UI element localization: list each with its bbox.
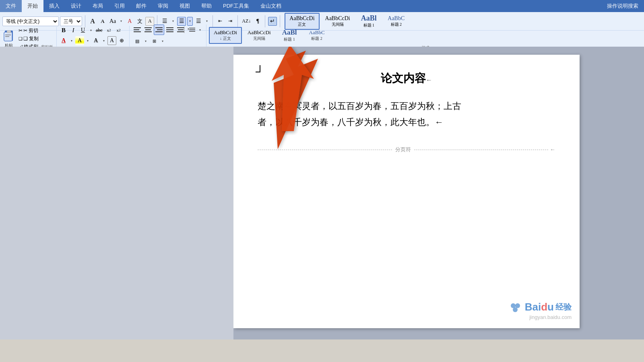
underline-btn[interactable]: U — [78, 26, 87, 35]
fontsize-select[interactable]: 三号 — [60, 16, 82, 26]
distribute-btn[interactable] — [175, 25, 186, 35]
decrease-indent-btn[interactable]: ⇤ — [216, 17, 225, 26]
menu-mail[interactable]: 邮件 — [130, 0, 152, 12]
style-h1-preview: AaBl — [361, 14, 377, 23]
font-shrink-btn[interactable]: A — [98, 17, 107, 26]
menu-start[interactable]: 开始 — [22, 0, 43, 12]
strikethrough-btn[interactable]: abc — [95, 26, 104, 35]
font-color-btn[interactable]: A — [59, 36, 68, 45]
cursor-symbol — [256, 65, 260, 72]
cut-icon: ✂ — [19, 28, 23, 33]
cut-btn[interactable]: ✂ ✂ 剪切 — [17, 27, 40, 35]
style-normal-preview: AaBbCcDi — [289, 15, 314, 22]
menu-reference[interactable]: 引用 — [109, 0, 130, 12]
watermark-jingyan: 经验 — [555, 302, 572, 313]
highlight-btn[interactable]: A — [75, 36, 84, 45]
document-area[interactable]: 论文内容← 楚之南有冥灵者，以五百岁为春，五百岁为秋；上古 者，以八千岁为春，八… — [233, 47, 644, 339]
doc-title[interactable]: 论文内容← — [258, 71, 555, 86]
font-aa-dropdown[interactable]: ▾ — [118, 17, 124, 26]
borders-dropdown[interactable]: ▾ — [160, 37, 165, 45]
underline-dropdown[interactable]: ▾ — [88, 26, 94, 35]
menu-pdf[interactable]: PDF工具集 — [217, 0, 255, 12]
menu-insert[interactable]: 插入 — [43, 0, 65, 12]
sep4 — [237, 15, 238, 27]
page-break-line-container: 分页符 ← — [258, 146, 555, 153]
svg-rect-14 — [155, 31, 163, 32]
menu-review[interactable]: 审阅 — [152, 0, 174, 12]
subscript-btn[interactable]: x2 — [105, 26, 114, 35]
char-shade-dropdown[interactable]: ▾ — [101, 36, 107, 45]
cut-label: ✂ 剪切 — [23, 27, 38, 34]
style2-normal-label: ↓ 正文 — [220, 36, 231, 41]
italic-btn[interactable]: I — [69, 26, 78, 35]
menu-layout[interactable]: 布局 — [87, 0, 109, 12]
align-right-btn[interactable] — [154, 25, 164, 35]
style2-normal[interactable]: AaBbCcDi ↓ 正文 — [209, 27, 242, 44]
font-top-row: B I U ▾ abc x2 x2 — [59, 26, 126, 35]
align-center-btn[interactable] — [143, 25, 153, 35]
sort-btn[interactable]: AZ↓ — [241, 17, 252, 26]
font-phonetic-btn[interactable]: Aa — [108, 17, 117, 26]
shading-btn[interactable]: ▤ — [132, 36, 142, 46]
style2-h1[interactable]: AaBl 标题 1 — [277, 27, 303, 44]
menu-help[interactable]: 帮助 — [196, 0, 217, 12]
paste-btn[interactable]: 粘贴 — [2, 29, 15, 48]
style-nosp-preview: AaBbCcDi — [325, 15, 350, 22]
char-shade-btn[interactable]: A — [91, 36, 100, 45]
document-page[interactable]: 论文内容← 楚之南有冥灵者，以五百岁为春，五百岁为秋；上古 者，以八千岁为春，八… — [233, 55, 580, 328]
baidu-svg — [508, 300, 522, 314]
ribbon: 文件 开始 插入 设计 布局 引用 邮件 审阅 视图 帮助 PDF工具集 金山文… — [0, 0, 644, 47]
bold-btn[interactable]: B — [59, 26, 68, 35]
menu-wps[interactable]: 金山文档 — [255, 0, 287, 12]
style2-h2[interactable]: AaBbC 标题 2 — [304, 27, 330, 43]
sep1 — [85, 15, 85, 27]
linespacing-dropdown[interactable]: ▾ — [197, 25, 203, 34]
page-break-label: 分页符 — [392, 146, 414, 153]
font-bot-row: A ▾ A ▾ A ▾ A ⊕ — [59, 36, 126, 45]
svg-rect-23 — [189, 29, 195, 30]
svg-rect-5 — [5, 36, 9, 37]
svg-marker-25 — [188, 28, 189, 30]
watermark-logo-row: Baidu 经验 — [508, 300, 572, 314]
increase-indent-btn[interactable]: ⇥ — [226, 17, 235, 26]
align-left-btn[interactable] — [132, 25, 142, 35]
superscript-btn[interactable]: x2 — [114, 26, 123, 35]
style-h2-preview: AaBbC — [388, 15, 405, 22]
line-spacing-btn[interactable] — [186, 25, 197, 35]
align-justify-btn[interactable] — [165, 25, 175, 35]
page-break: 分页符 ← — [258, 146, 555, 153]
para-bot-row: ▤ ▾ ⊞ ▾ — [132, 36, 203, 46]
copy-icon: ❑ — [19, 36, 23, 41]
svg-rect-21 — [184, 27, 184, 33]
font-select[interactable]: 等线 (中文正文) — [2, 16, 59, 26]
doc-title-text: 论文内容 — [381, 72, 426, 84]
svg-rect-17 — [166, 31, 173, 32]
highlight-dropdown[interactable]: ▾ — [85, 36, 91, 45]
font-color-dropdown[interactable]: ▾ — [69, 36, 74, 45]
svg-rect-12 — [155, 27, 163, 28]
para-mark-btn[interactable]: ↵ — [268, 17, 277, 26]
menu-design[interactable]: 设计 — [65, 0, 87, 12]
border-char-btn[interactable]: A — [107, 36, 116, 45]
menu-view[interactable]: 视图 — [174, 0, 196, 12]
copy-btn[interactable]: ❑ ❑ 复制 — [17, 35, 40, 43]
page-break-left-line — [258, 150, 392, 150]
font-grow-btn[interactable]: A — [88, 17, 97, 26]
watermark-bai: Baidu — [525, 301, 554, 313]
phonetic-btn[interactable]: ⊕ — [117, 36, 126, 45]
baidu-icon — [508, 300, 522, 314]
doc-body[interactable]: 楚之南有冥灵者，以五百岁为春，五百岁为秋；上古 者，以八千岁为春，八千岁为秋，此… — [258, 98, 555, 130]
svg-rect-7 — [134, 29, 139, 30]
borders-btn[interactable]: ⊞ — [149, 36, 159, 46]
menu-file[interactable]: 文件 — [0, 0, 22, 12]
svg-rect-18 — [177, 27, 184, 28]
menu-search[interactable]: 操作说明搜索 — [601, 0, 644, 12]
doc-body-line1: 楚之南有冥灵者，以五百岁为春，五百岁为秋；上古 — [258, 98, 555, 114]
svg-point-29 — [513, 307, 518, 312]
show-hide-btn[interactable]: ¶ — [253, 17, 262, 26]
style2-nosp[interactable]: AaBbCcDi 无间隔 — [243, 27, 275, 43]
shading-dropdown[interactable]: ▾ — [143, 37, 149, 45]
style2-nosp-label: 无间隔 — [253, 36, 265, 41]
svg-rect-8 — [134, 31, 141, 32]
svg-rect-10 — [145, 29, 151, 30]
